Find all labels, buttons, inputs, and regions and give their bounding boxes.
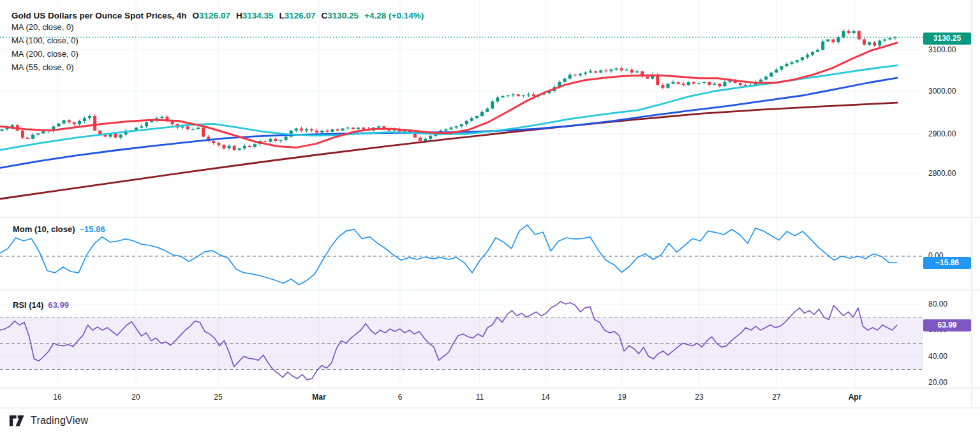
time-tick-label: 14 [526,393,565,402]
price-tick-label: 2900.00 [928,129,978,138]
time-tick-label: 16 [38,393,77,402]
tradingview-logo-icon [9,414,26,427]
momentum-value: −15.86 [80,224,105,234]
time-tick-label: 19 [603,393,641,402]
time-tick-label: 6 [381,393,419,402]
time-tick-label: 25 [199,393,237,402]
legend: Gold US Dollars per Ounce Spot Prices, 4… [11,11,424,74]
price-change: +4.28 (+0.14%) [364,11,424,20]
ma100-legend[interactable]: MA (100, close, 0) [11,34,424,47]
rsi-value: 63.99 [48,300,69,310]
tradingview-attribution[interactable]: TradingView [9,414,88,427]
symbol-title: Gold US Dollars per Ounce Spot Prices, 4… [11,11,187,20]
rsi-label: RSI (14) [13,300,43,310]
price-tick-label: 2800.00 [928,169,978,178]
rsi-tick-label: 40.00 [928,352,978,361]
ma55-legend[interactable]: MA (55, close, 0) [11,61,424,74]
tradingview-brand-text: TradingView [31,415,88,426]
symbol-title-row[interactable]: Gold US Dollars per Ounce Spot Prices, 4… [11,11,424,20]
price-tick-label: 3100.00 [928,45,978,54]
last-price-badge: 3130.25 [923,33,971,45]
ohlc-open: O3126.07 [193,11,230,20]
time-tick-label: 23 [680,393,718,402]
ma20-legend[interactable]: MA (20, close, 0) [11,20,424,34]
rsi-value-badge: 63.99 [923,319,971,331]
ma200-legend[interactable]: MA (200, close, 0) [11,47,424,61]
price-tick-label: 3000.00 [928,87,978,96]
tradingview-chart: Gold US Dollars per Ounce Spot Prices, 4… [0,0,980,436]
rsi-legend[interactable]: RSI (14)63.99 [13,300,69,310]
momentum-label: Mom (10, close) [13,224,75,234]
time-tick-label: Apr [836,393,874,402]
rsi-tick-label: 20.00 [928,378,978,387]
time-tick-label: 11 [461,393,499,402]
time-tick-label: 27 [757,393,796,402]
momentum-value-badge: −15.86 [923,257,971,269]
momentum-legend[interactable]: Mom (10, close)−15.86 [13,224,105,234]
ohlc-low: L3126.07 [279,11,315,20]
rsi-tick-label: 80.00 [928,300,978,309]
time-tick-label: Mar [300,393,338,402]
time-tick-label: 20 [117,393,155,402]
ohlc-close: C3130.25 [322,11,359,20]
ohlc-high: H3134.35 [236,11,274,20]
